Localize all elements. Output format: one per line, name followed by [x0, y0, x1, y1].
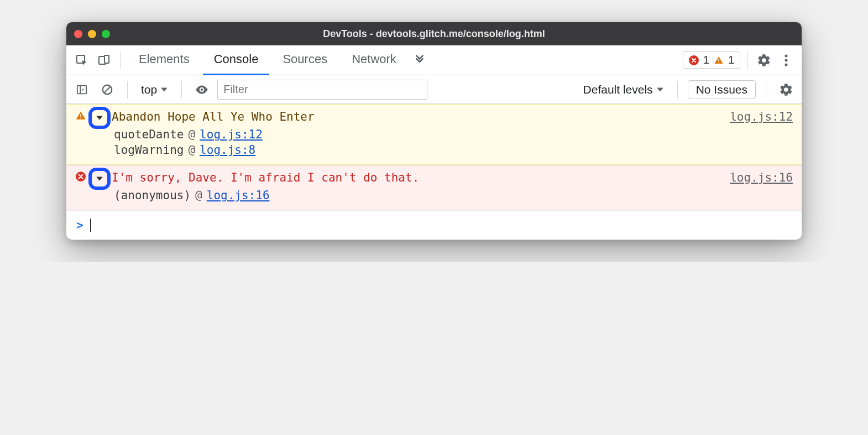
stack-at: @ — [188, 128, 195, 141]
traffic-lights — [74, 30, 110, 38]
settings-icon[interactable] — [754, 50, 774, 70]
tab-console[interactable]: Console — [203, 45, 270, 75]
console-messages: Abandon Hope All Ye Who Enter log.js:12 … — [66, 104, 802, 240]
kebab-menu-icon[interactable] — [776, 50, 796, 70]
error-count: 1 — [703, 54, 709, 66]
console-toolbar: top Default levels No Issues — [66, 75, 802, 104]
console-prompt[interactable]: > — [66, 210, 802, 240]
disclosure-triangle[interactable] — [93, 172, 106, 185]
stack-fn: logWarning — [114, 143, 184, 157]
stack-frame: quoteDante @ log.js:12 — [114, 128, 793, 141]
divider — [127, 81, 128, 99]
source-link[interactable]: log.js:12 — [730, 108, 793, 123]
stack-at: @ — [188, 143, 195, 157]
svg-rect-3 — [718, 59, 719, 61]
log-levels-label: Default levels — [583, 83, 653, 96]
tab-elements[interactable]: Elements — [128, 45, 201, 75]
context-label: top — [141, 83, 157, 96]
prompt-caret-icon: > — [76, 219, 83, 232]
disclosure-triangle[interactable] — [93, 111, 106, 125]
devtools-window: DevTools - devtools.glitch.me/console/lo… — [66, 22, 802, 240]
stack-fn: (anonymous) — [114, 189, 191, 202]
chevron-down-icon — [160, 86, 168, 94]
svg-rect-8 — [77, 85, 87, 94]
main-tabbar: Elements Console Sources Network 1 1 — [66, 45, 802, 75]
stack-frame: logWarning @ log.js:8 — [114, 143, 793, 157]
svg-point-5 — [785, 54, 788, 57]
error-warning-badge[interactable]: 1 1 — [683, 51, 740, 69]
tab-sources[interactable]: Sources — [271, 45, 338, 75]
warning-count: 1 — [728, 54, 734, 66]
svg-rect-4 — [718, 62, 719, 63]
warning-icon — [75, 110, 87, 124]
stack-link[interactable]: log.js:8 — [200, 143, 255, 157]
toggle-sidebar-icon[interactable] — [72, 80, 92, 100]
divider — [766, 81, 766, 99]
source-link[interactable]: log.js:16 — [730, 169, 793, 184]
context-selector[interactable]: top — [138, 81, 171, 99]
error-count-icon — [689, 55, 699, 65]
svg-rect-11 — [80, 115, 81, 117]
more-tabs-icon[interactable] — [410, 50, 430, 70]
window-close-button[interactable] — [74, 30, 82, 38]
window-title: DevTools - devtools.glitch.me/console/lo… — [66, 28, 802, 40]
chevron-down-icon — [656, 86, 664, 94]
console-settings-icon[interactable] — [776, 80, 796, 100]
window-zoom-button[interactable] — [102, 30, 110, 38]
stack-at: @ — [195, 189, 202, 202]
clear-console-icon[interactable] — [97, 80, 117, 100]
message-text: Abandon Hope All Ye Who Enter — [112, 108, 724, 123]
svg-rect-2 — [104, 55, 109, 63]
message-text: I'm sorry, Dave. I'm afraid I can't do t… — [112, 169, 724, 184]
window-minimize-button[interactable] — [88, 30, 96, 38]
tab-network[interactable]: Network — [341, 45, 407, 75]
live-expression-icon[interactable] — [192, 80, 212, 100]
stack-trace: quoteDante @ log.js:12 logWarning @ log.… — [75, 128, 793, 157]
divider — [677, 81, 678, 99]
warning-count-icon — [714, 55, 724, 65]
device-toolbar-icon[interactable] — [94, 50, 114, 70]
svg-rect-12 — [80, 117, 81, 118]
svg-point-10 — [201, 88, 203, 90]
issues-button[interactable]: No Issues — [688, 80, 756, 99]
stack-link[interactable]: log.js:12 — [200, 128, 263, 141]
stack-link[interactable]: log.js:16 — [207, 189, 270, 202]
titlebar: DevTools - devtools.glitch.me/console/lo… — [66, 22, 802, 45]
text-cursor — [90, 219, 91, 232]
divider — [747, 51, 747, 69]
inspect-element-icon[interactable] — [72, 50, 92, 70]
log-levels-selector[interactable]: Default levels — [580, 81, 667, 99]
divider — [181, 81, 182, 99]
stack-frame: (anonymous) @ log.js:16 — [114, 189, 793, 202]
console-message-error: I'm sorry, Dave. I'm afraid I can't do t… — [66, 165, 802, 210]
svg-point-6 — [785, 59, 788, 61]
divider — [121, 51, 121, 69]
error-icon — [75, 171, 87, 185]
stack-fn: quoteDante — [114, 128, 184, 141]
console-message-warning: Abandon Hope All Ye Who Enter log.js:12 … — [66, 104, 802, 165]
stack-trace: (anonymous) @ log.js:16 — [75, 189, 793, 202]
filter-input[interactable] — [217, 80, 427, 100]
svg-point-7 — [785, 63, 788, 66]
